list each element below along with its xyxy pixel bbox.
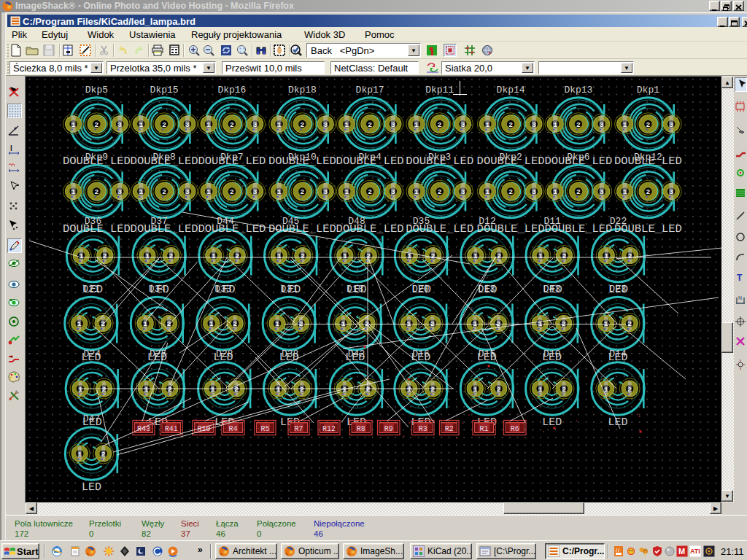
- svg-text:LED: LED: [82, 481, 101, 494]
- svg-text:2: 2: [230, 188, 234, 196]
- svg-text:1: 1: [276, 386, 281, 394]
- svg-text:3: 3: [117, 121, 122, 129]
- svg-text:D36: D36: [85, 216, 101, 227]
- svg-text:1: 1: [623, 121, 627, 129]
- svg-text:D22: D22: [610, 216, 627, 227]
- svg-text:DOUBLE_LED: DOUBLE_LED: [268, 155, 336, 168]
- svg-text:Dkp15: Dkp15: [150, 85, 179, 96]
- svg-text:2: 2: [233, 320, 237, 328]
- svg-text:2: 2: [102, 386, 107, 394]
- svg-text:D12: D12: [479, 216, 495, 227]
- svg-text:1: 1: [604, 252, 608, 260]
- svg-text:1: 1: [414, 121, 419, 129]
- svg-text:R9: R9: [384, 425, 393, 433]
- svg-text:1: 1: [344, 121, 349, 129]
- svg-text:2: 2: [368, 121, 372, 129]
- svg-text:LED: LED: [147, 351, 167, 364]
- svg-text:3: 3: [323, 188, 328, 196]
- svg-text:LED: LED: [215, 284, 235, 296]
- svg-text:R8: R8: [357, 425, 365, 433]
- svg-text:LED: LED: [81, 351, 101, 364]
- svg-text:2: 2: [368, 188, 372, 196]
- svg-text:1: 1: [79, 252, 83, 260]
- svg-text:1: 1: [604, 386, 608, 394]
- svg-text:1: 1: [275, 320, 279, 328]
- svg-text:2: 2: [438, 188, 442, 196]
- svg-text:1: 1: [344, 188, 349, 196]
- svg-text:DOUBLE_LED: DOUBLE_LED: [336, 155, 404, 168]
- svg-text:2: 2: [497, 252, 501, 260]
- svg-text:2: 2: [576, 188, 581, 196]
- svg-text:LED: LED: [345, 351, 365, 364]
- svg-text:2: 2: [562, 252, 567, 260]
- svg-text:DOUBLE_LED: DOUBLE_LED: [131, 155, 198, 168]
- svg-text:2: 2: [628, 252, 632, 260]
- svg-text:2: 2: [627, 386, 632, 394]
- svg-text:1: 1: [206, 121, 211, 129]
- svg-text:LED: LED: [279, 351, 299, 364]
- svg-text:DOUBLE_LED: DOUBLE_LED: [63, 155, 131, 168]
- svg-text:ATI: ATI: [690, 548, 700, 555]
- svg-text:2: 2: [646, 121, 651, 129]
- svg-text:1: 1: [78, 386, 82, 394]
- svg-text:2: 2: [438, 121, 442, 129]
- svg-text:1: 1: [277, 121, 282, 129]
- svg-text:R4: R4: [228, 425, 237, 433]
- svg-text:2: 2: [103, 252, 107, 260]
- svg-text:1: 1: [139, 188, 143, 196]
- svg-text:3: 3: [669, 188, 673, 196]
- svg-text:2: 2: [167, 320, 171, 328]
- svg-text:DOUBLE_LED: DOUBLE_LED: [544, 155, 612, 168]
- svg-text:D37: D37: [150, 216, 167, 227]
- svg-text:2: 2: [162, 121, 166, 129]
- svg-text:1: 1: [414, 188, 419, 196]
- svg-text:1: 1: [553, 188, 557, 196]
- svg-text:LED: LED: [213, 351, 233, 364]
- svg-text:R2: R2: [445, 425, 454, 433]
- svg-text:LED: LED: [477, 284, 497, 296]
- svg-text:I: I: [10, 144, 12, 152]
- svg-text:Dkp13: Dkp13: [564, 85, 592, 96]
- svg-text:2: 2: [508, 188, 513, 196]
- svg-text:1: 1: [209, 320, 214, 328]
- svg-text:2: 2: [101, 320, 105, 328]
- svg-text:R6: R6: [511, 425, 519, 433]
- svg-text:3: 3: [461, 188, 465, 196]
- svg-text:R43: R43: [137, 425, 150, 433]
- svg-text:DOUBLE_LED: DOUBLE_LED: [614, 155, 682, 168]
- svg-text:1: 1: [212, 252, 216, 260]
- svg-text:1: 1: [485, 121, 489, 129]
- svg-text:LED: LED: [347, 284, 366, 296]
- svg-text:!: !: [644, 550, 646, 557]
- svg-text:2: 2: [562, 386, 566, 394]
- svg-text:2: 2: [162, 188, 166, 196]
- svg-text:2: 2: [430, 386, 435, 394]
- svg-text:R3: R3: [419, 425, 427, 433]
- svg-text:2: 2: [497, 386, 501, 394]
- svg-text:D45: D45: [282, 216, 299, 227]
- svg-text:N: N: [738, 295, 742, 300]
- svg-text:Dkp17: Dkp17: [356, 85, 384, 96]
- svg-text:3: 3: [391, 188, 395, 196]
- svg-text:R12: R12: [322, 425, 336, 433]
- svg-text:3: 3: [253, 188, 258, 196]
- svg-text:1: 1: [143, 320, 147, 328]
- svg-text:D35: D35: [413, 216, 430, 227]
- svg-text:2: 2: [301, 121, 305, 129]
- svg-text:3: 3: [532, 188, 536, 196]
- svg-text:2: 2: [301, 252, 305, 260]
- svg-text:DOUBLE_LED: DOUBLE_LED: [336, 222, 404, 236]
- svg-text:2: 2: [508, 121, 513, 129]
- svg-text:DOUBLE_LED: DOUBLE_LED: [268, 222, 336, 236]
- svg-text:DOUBLE_LED: DOUBLE_LED: [198, 155, 266, 168]
- svg-text:2: 2: [101, 451, 106, 459]
- svg-text:1: 1: [71, 121, 76, 129]
- svg-text:3: 3: [253, 121, 258, 129]
- svg-text:3: 3: [185, 188, 190, 196]
- svg-text:2: 2: [95, 121, 99, 129]
- svg-text:R5: R5: [260, 425, 269, 433]
- svg-text:1: 1: [211, 386, 215, 394]
- svg-text:1: 1: [623, 188, 627, 196]
- svg-text:Dkp11: Dkp11: [425, 85, 454, 96]
- svg-text:3: 3: [600, 121, 604, 129]
